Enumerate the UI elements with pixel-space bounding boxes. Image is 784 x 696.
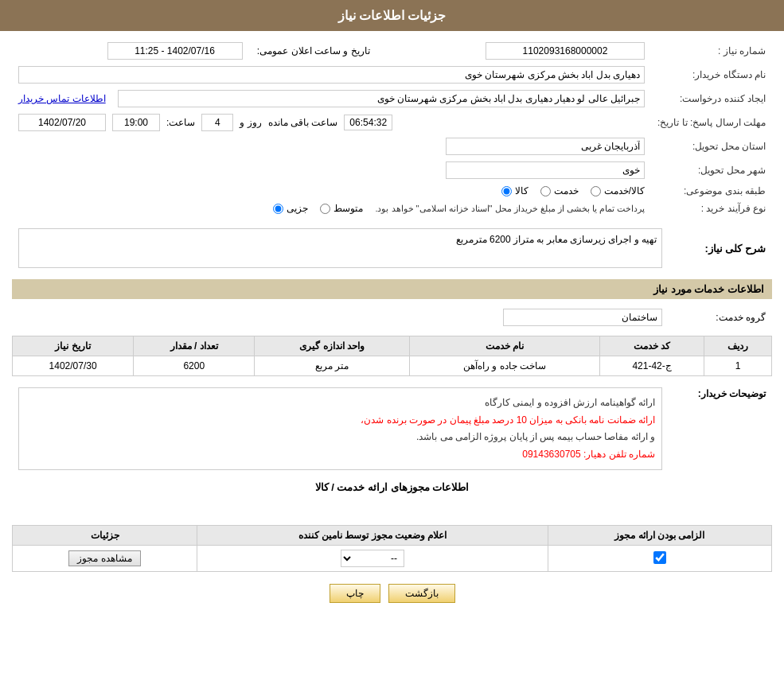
table-row: 1 ج-42-421 ساخت جاده و راه‌آهن متر مربع … — [13, 356, 772, 376]
perm-status-cell[interactable]: -- — [197, 546, 548, 572]
need-description-value: تهیه و اجرای زیرسازی معابر به متراز 6200… — [456, 234, 657, 245]
announce-datetime-input[interactable] — [107, 42, 243, 60]
category-kala-radio[interactable] — [501, 186, 512, 196]
category-kala-khadamat-radio[interactable] — [591, 186, 601, 196]
col-unit: واحد اندازه گیری — [255, 336, 410, 356]
col-name: نام خدمت — [410, 336, 600, 356]
perm-required-checkbox[interactable] — [653, 551, 666, 564]
announce-datetime-label: تاریخ و ساعت اعلان عمومی: — [257, 45, 370, 56]
creator-label: ایجاد کننده درخواست: — [651, 87, 772, 111]
category-option-kala-khadamat[interactable]: کالا/خدمت — [591, 185, 645, 196]
province-label: استان محل تحویل: — [651, 134, 772, 158]
col-row: ردیف — [704, 336, 772, 356]
permissions-section-title: اطلاعات مجوزهای ارائه خدمت / کالا — [315, 481, 470, 493]
buyer-notes-label: توضیحات خریدار: — [669, 384, 772, 473]
perm-details-cell: مشاهده مجوز — [13, 546, 197, 572]
category-option-kala[interactable]: کالا — [501, 185, 529, 196]
col-qty: تعداد / مقدار — [134, 336, 255, 356]
buyer-note-line4: شماره تلفن دهیار: 09143630705 — [25, 446, 655, 464]
back-button[interactable]: بازگشت — [388, 584, 455, 603]
date-input[interactable] — [18, 114, 106, 131]
col-date: تاریخ نیاز — [13, 336, 134, 356]
category-option-khadamat[interactable]: خدمت — [540, 185, 579, 196]
buyer-notes-box: ارائه گواهینامه ارزش افزوده و ایمنی کارگ… — [18, 387, 662, 470]
header-title: جزئیات اطلاعات نیاز — [338, 9, 447, 22]
contact-info-link[interactable]: اطلاعات تماس خریدار — [18, 93, 106, 104]
services-section-title: اطلاعات خدمات مورد نیاز — [12, 279, 772, 299]
days-label: روز و — [240, 117, 261, 128]
col-code: کد خدمت — [600, 336, 704, 356]
perm-col-details: جزئیات — [13, 526, 197, 546]
category-radio-group: کالا/خدمت خدمت کالا — [18, 185, 645, 196]
purchase-note: پرداخت تمام یا بخشی از مبلغ خریداز محل "… — [375, 204, 645, 214]
days-input[interactable] — [201, 114, 233, 131]
cell-row: 1 — [704, 356, 772, 376]
province-input[interactable] — [446, 138, 645, 155]
need-desc-label: شرح کلی نیاز: — [669, 225, 772, 271]
buyer-org-label: نام دستگاه خریدار: — [651, 63, 772, 87]
permissions-table: الزامی بودن ارائه مجوز اعلام وضعیت مجوز … — [12, 525, 772, 572]
time-label: ساعت: — [166, 117, 195, 128]
remaining-time-display: 06:54:32 — [344, 115, 392, 130]
cell-code: ج-42-421 — [600, 356, 704, 376]
purchase-medium-label: متوسط — [333, 203, 363, 214]
need-number-input[interactable] — [486, 42, 645, 60]
print-button[interactable]: چاپ — [330, 584, 380, 603]
purchase-partial-label: جزیی — [287, 203, 308, 214]
category-label: طبقه بندی موضوعی: — [651, 182, 772, 200]
purchase-type-group: پرداخت تمام یا بخشی از مبلغ خریداز محل "… — [18, 203, 645, 214]
time-input[interactable] — [112, 114, 160, 131]
bottom-buttons-area: بازگشت چاپ — [12, 572, 772, 615]
perm-required-cell — [548, 546, 771, 572]
cell-unit: متر مربع — [255, 356, 410, 376]
buyer-note-line4-text: شماره تلفن دهیار: 09143630705 — [522, 449, 655, 460]
city-label: شهر محل تحویل: — [651, 158, 772, 182]
response-deadline-label: مهلت ارسال پاسخ: تا تاریخ: — [651, 111, 772, 134]
list-item: -- مشاهده مجوز — [13, 546, 772, 572]
category-khadamat-radio[interactable] — [540, 186, 551, 196]
purchase-type-label: نوع فرآیند خرید : — [651, 200, 772, 217]
need-number-label: شماره نیاز : — [651, 39, 772, 63]
cell-date: 1402/07/30 — [13, 356, 134, 376]
need-description-box: تهیه و اجرای زیرسازی معابر به متراز 6200… — [18, 228, 662, 268]
remaining-label: ساعت باقی مانده — [268, 117, 338, 128]
perm-col-required: الزامی بودن ارائه مجوز — [548, 526, 771, 546]
purchase-partial-radio[interactable] — [273, 204, 283, 214]
cell-qty: 6200 — [134, 356, 255, 376]
purchase-medium-radio[interactable] — [320, 204, 330, 214]
category-khadamat-label: خدمت — [554, 185, 579, 196]
service-group-label: گروه خدمت: — [669, 305, 772, 329]
city-input[interactable] — [446, 161, 645, 179]
purchase-medium-option[interactable]: متوسط — [320, 203, 363, 214]
buyer-note-line3: و ارائه مفاصا حساب بیمه پس از پایان پروژ… — [25, 429, 655, 446]
perm-col-status: اعلام وضعیت مجوز توسط نامین کننده — [197, 526, 548, 546]
buyer-note-line1: ارائه گواهینامه ارزش افزوده و ایمنی کارگ… — [25, 395, 655, 412]
services-table: ردیف کد خدمت نام خدمت واحد اندازه گیری ت… — [12, 336, 772, 376]
view-permit-button[interactable]: مشاهده مجوز — [68, 550, 140, 566]
category-kala-khadamat-label: کالا/خدمت — [604, 185, 645, 196]
category-kala-label: کالا — [515, 185, 529, 196]
service-group-input[interactable] — [503, 309, 662, 326]
purchase-partial-option[interactable]: جزیی — [273, 203, 308, 214]
buyer-note-line2: ارائه ضمانت نامه بانکی به میزان 10 درصد … — [25, 412, 655, 430]
cell-name: ساخت جاده و راه‌آهن — [410, 356, 600, 376]
perm-status-select[interactable]: -- — [341, 550, 404, 567]
buyer-note-line2-text: ارائه ضمانت نامه بانکی به میزان 10 درصد … — [361, 414, 655, 426]
page-header: جزئیات اطلاعات نیاز — [0, 0, 784, 31]
buyer-org-value: دهیاری بدل اباد بخش مرکزی شهرستان خوی — [465, 69, 640, 80]
creator-value: جبرائیل عالی لو دهیار دهیاری بدل اباد بخ… — [377, 93, 640, 104]
